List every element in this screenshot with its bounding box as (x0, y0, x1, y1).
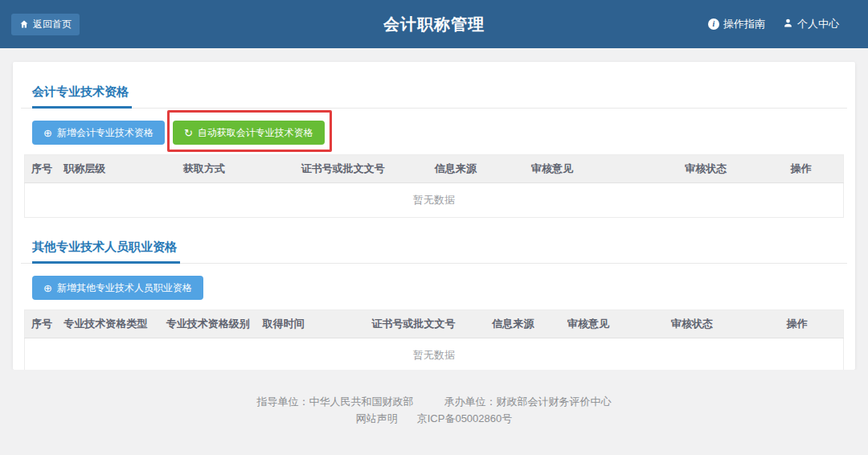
table2-col-qualification-type: 专业技术资格类型 (57, 310, 159, 338)
table1-header-row: 序号 职称层级 获取方式 证书号或批文文号 信息来源 审核意见 审核状态 操作 (25, 155, 844, 183)
app-header: 返回首页 会计职称管理 i 操作指南 个人中心 (0, 0, 868, 48)
add-other-qualification-button[interactable]: ⊕ 新增其他专业技术人员职业资格 (32, 276, 203, 300)
circle-plus-icon: ⊕ (43, 128, 52, 138)
accounting-qualification-table: 序号 职称层级 获取方式 证书号或批文文号 信息来源 审核意见 审核状态 操作 … (24, 154, 844, 218)
footer-legal-row: 网站声明京ICP备05002860号 (0, 411, 868, 427)
info-icon: i (708, 18, 719, 30)
add-other-qualification-label: 新增其他专业技术人员职业资格 (57, 281, 192, 295)
table1-col-info-source: 信息来源 (428, 155, 525, 183)
add-accounting-qualification-button[interactable]: ⊕ 新增会计专业技术资格 (32, 121, 165, 145)
footer-guide-unit: 指导单位：中华人民共和国财政部 (257, 396, 414, 408)
section2-title: 其他专业技术人员职业资格 (32, 240, 180, 264)
section1-button-row: ⊕ 新增会计专业技术资格 ↻ 自动获取会计专业技术资格 (32, 121, 836, 145)
home-icon (19, 19, 29, 29)
table1-col-actions: 操作 (760, 155, 844, 183)
table2-col-review-status: 审核状态 (633, 310, 751, 338)
user-icon (783, 18, 793, 31)
section2-title-bar: 其他专业技术人员职业资格 (21, 240, 847, 264)
site-statement-link[interactable]: 网站声明 (356, 412, 398, 424)
app-footer: 指导单位：中华人民共和国财政部承办单位：财政部会计财务评价中心 网站声明京ICP… (0, 370, 868, 455)
profile-link[interactable]: 个人中心 (783, 17, 839, 31)
section1-title: 会计专业技术资格 (32, 84, 132, 109)
circle-plus-icon: ⊕ (43, 283, 52, 293)
table2-empty-text: 暂无数据 (25, 338, 844, 373)
icp-number: 京ICP备05002860号 (417, 412, 513, 424)
table2-header-row: 序号 专业技术资格类型 专业技术资格级别 取得时间 证书号或批文文号 信息来源 … (25, 310, 844, 338)
table2-col-actions: 操作 (751, 310, 843, 338)
footer-host-unit: 承办单位：财政部会计财务评价中心 (444, 396, 612, 408)
table1-col-certificate-no: 证书号或批文文号 (295, 155, 428, 183)
add-accounting-qualification-label: 新增会计专业技术资格 (57, 126, 154, 140)
table2-col-certificate-no: 证书号或批文文号 (342, 310, 485, 338)
back-home-label: 返回首页 (33, 18, 72, 31)
footer-units-row: 指导单位：中华人民共和国财政部承办单位：财政部会计财务评价中心 (0, 394, 868, 410)
table1-col-review-opinion: 审核意见 (525, 155, 653, 183)
profile-link-label: 个人中心 (797, 17, 839, 31)
table1-empty-row: 暂无数据 (25, 183, 844, 218)
content-panel: 会计专业技术资格 ⊕ 新增会计专业技术资格 ↻ 自动获取会计专业技术资格 (13, 62, 855, 370)
table1-col-acquire-method: 获取方式 (177, 155, 295, 183)
back-home-button[interactable]: 返回首页 (11, 14, 80, 35)
auto-fetch-accounting-qualification-button[interactable]: ↻ 自动获取会计专业技术资格 (173, 121, 325, 145)
table2-col-review-opinion: 审核意见 (561, 310, 633, 338)
table1-col-review-status: 审核状态 (653, 155, 759, 183)
guide-link[interactable]: i 操作指南 (708, 17, 765, 31)
auto-fetch-label: 自动获取会计专业技术资格 (198, 126, 313, 140)
table2-col-qualification-level: 专业技术资格级别 (160, 310, 256, 338)
table2-col-acquire-time: 取得时间 (256, 310, 342, 338)
section1-title-bar: 会计专业技术资格 (21, 84, 847, 109)
table1-empty-text: 暂无数据 (25, 183, 844, 218)
table2-col-index: 序号 (25, 310, 58, 338)
main-area: 会计专业技术资格 ⊕ 新增会计专业技术资格 ↻ 自动获取会计专业技术资格 (0, 48, 868, 370)
other-qualification-table: 序号 专业技术资格类型 专业技术资格级别 取得时间 证书号或批文文号 信息来源 … (24, 309, 844, 373)
refresh-icon: ↻ (184, 128, 193, 138)
auto-fetch-wrapper: ↻ 自动获取会计专业技术资格 (173, 121, 325, 145)
table2-empty-row: 暂无数据 (25, 338, 844, 373)
header-links: i 操作指南 个人中心 (708, 17, 839, 31)
table1-col-title-level: 职称层级 (57, 155, 177, 183)
table1-col-index: 序号 (25, 155, 58, 183)
table2-col-info-source: 信息来源 (485, 310, 561, 338)
section2-button-row: ⊕ 新增其他专业技术人员职业资格 (32, 276, 836, 300)
guide-link-label: 操作指南 (723, 17, 765, 31)
